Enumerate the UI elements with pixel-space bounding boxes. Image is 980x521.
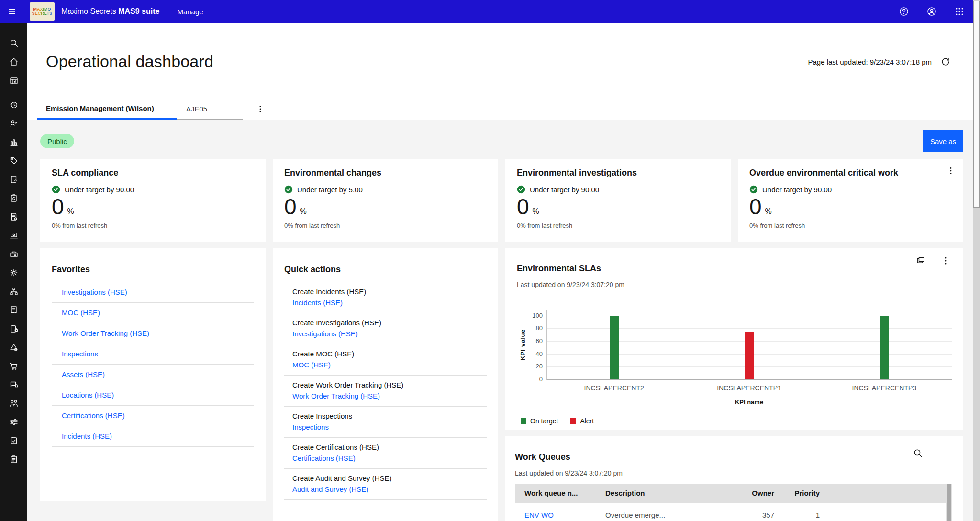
favorite-link[interactable]: Locations (HSE)	[62, 391, 114, 399]
legend-swatch	[570, 418, 576, 424]
y-tick-label: 80	[536, 324, 543, 332]
chart-card-actions	[915, 255, 951, 266]
kpi-status-text: Under target by 90.00	[530, 186, 599, 194]
table-scrollbar-thumb[interactable]	[947, 484, 951, 521]
gear-icon[interactable]	[0, 263, 27, 282]
main-area: Operational dashboard Page last updated:…	[27, 23, 973, 521]
cart-icon[interactable]	[0, 356, 27, 375]
favorite-item[interactable]: Investigations (HSE)	[52, 282, 254, 303]
help-icon[interactable]	[899, 6, 909, 17]
work-queues-card: Work Queues Last updated on 9/23/24 3:07…	[505, 436, 963, 521]
sliders-icon[interactable]	[0, 412, 27, 431]
x-axis-labels: INCSLAPERCENT2INCSLAPERCENTP1INCSLAPERCE…	[546, 384, 952, 395]
receipt-icon[interactable]	[0, 300, 27, 319]
favorite-link[interactable]: Incidents (HSE)	[62, 432, 112, 440]
history-icon[interactable]	[0, 95, 27, 114]
people-icon[interactable]	[0, 394, 27, 412]
kpi-value-row: 0 %	[749, 196, 952, 218]
kpi-card: Environmental changes Under target by 5.…	[273, 159, 498, 242]
triangle-badge-icon[interactable]	[0, 338, 27, 356]
clipboard-sync-icon[interactable]	[0, 188, 27, 207]
column-header[interactable]: Work queue n...	[515, 489, 605, 497]
table-search-icon[interactable]	[913, 448, 923, 458]
quick-action-link[interactable]: Incidents (HSE)	[292, 299, 343, 307]
page-title: Operational dashboard	[46, 52, 213, 71]
application-window: MAXIMO SECRETS Maximo Secrets MAS9 suite…	[0, 0, 980, 521]
quick-action-link[interactable]: Inspections	[292, 423, 329, 431]
quick-action-item: Create Work Order Tracking (HSE)Work Ord…	[284, 376, 487, 407]
x-tick-label: INCSLAPERCENT2	[584, 384, 644, 392]
favorite-item[interactable]: Certifications (HSE)	[52, 406, 254, 426]
quick-action-link[interactable]: Investigations (HSE)	[292, 330, 358, 338]
tab-emission-management-wilson-[interactable]: Emission Management (Wilson)	[37, 99, 177, 120]
tab-aje05[interactable]: AJE05	[177, 99, 243, 120]
favorite-item[interactable]: MOC (HSE)	[52, 303, 254, 323]
book-sync-icon[interactable]	[0, 170, 27, 188]
kpi-title: Overdue environmental critical work	[749, 168, 952, 178]
favorite-link[interactable]: Assets (HSE)	[62, 370, 105, 378]
bar-INCSLAPERCENTP1	[745, 332, 754, 379]
quick-action-label: Create Incidents (HSE)	[292, 288, 487, 296]
kpi-value: 0	[284, 196, 297, 218]
duplicate-icon[interactable]	[915, 255, 926, 266]
favorite-item[interactable]: Work Order Tracking (HSE)	[52, 323, 254, 344]
app-switcher-icon[interactable]	[954, 6, 965, 17]
favorite-item[interactable]: Incidents (HSE)	[52, 426, 254, 447]
favorite-link[interactable]: Investigations (HSE)	[62, 288, 127, 296]
person-check-icon[interactable]	[0, 114, 27, 133]
hamburger-menu-icon[interactable]	[0, 0, 24, 23]
x-tick-label: INCSLAPERCENTP3	[852, 384, 917, 392]
favorite-item[interactable]: Locations (HSE)	[52, 385, 254, 406]
tag-icon[interactable]	[0, 151, 27, 170]
toolbox-icon[interactable]	[0, 244, 27, 263]
favorite-link[interactable]: Inspections	[62, 350, 98, 358]
column-header[interactable]: Description	[605, 489, 746, 497]
check-circle-icon	[284, 185, 293, 194]
favorite-item[interactable]: Assets (HSE)	[52, 365, 254, 385]
priority-cell: 1	[774, 511, 820, 519]
clipboard-lock-icon[interactable]	[0, 319, 27, 338]
kpi-footnote: 0% from last refresh	[517, 222, 719, 229]
column-header[interactable]: Priority	[774, 489, 820, 497]
y-tick-label: 0	[539, 375, 543, 382]
window-scrollbar[interactable]	[973, 0, 980, 521]
hierarchy-icon[interactable]	[0, 282, 27, 300]
quick-action-link[interactable]: MOC (HSE)	[292, 361, 331, 369]
laptop-wrench-icon[interactable]	[0, 226, 27, 244]
nav-manage[interactable]: Manage	[177, 8, 203, 16]
tabs-overflow-menu-icon[interactable]	[251, 99, 270, 120]
work-queue-link[interactable]: ENV WO	[524, 511, 554, 519]
home-icon[interactable]	[0, 52, 27, 71]
favorite-item[interactable]: Inspections	[52, 344, 254, 365]
description-cell: Overdue emerge...	[605, 511, 746, 519]
owner-cell: 357	[746, 511, 774, 519]
table-scrollbar[interactable]	[946, 484, 952, 521]
favorite-link[interactable]: MOC (HSE)	[62, 309, 100, 317]
favorite-link[interactable]: Certifications (HSE)	[62, 411, 125, 420]
clipboard-check-icon[interactable]	[0, 431, 27, 450]
chart-kebab-menu-icon[interactable]	[940, 255, 951, 266]
save-as-button[interactable]: Save as	[923, 130, 963, 152]
bar-chart-icon[interactable]	[0, 133, 27, 151]
favorites-card: Favorites Investigations (HSE)MOC (HSE)W…	[40, 248, 266, 501]
refresh-icon[interactable]	[940, 56, 951, 67]
chat-notification-icon[interactable]	[0, 375, 27, 394]
quick-action-link[interactable]: Certifications (HSE)	[292, 454, 356, 462]
clipboard-document-icon[interactable]	[0, 450, 27, 468]
kpi-kebab-menu-icon[interactable]	[946, 166, 958, 177]
column-header[interactable]: Owner	[746, 489, 774, 497]
document-badge-icon[interactable]	[0, 207, 27, 226]
kpi-card: Overdue environmental critical work Unde…	[738, 159, 963, 242]
window-scrollbar-thumb[interactable]	[973, 1, 980, 208]
quick-action-link[interactable]: Work Order Tracking (HSE)	[292, 392, 380, 400]
search-icon[interactable]	[0, 33, 27, 52]
favorite-link[interactable]: Work Order Tracking (HSE)	[62, 329, 149, 337]
quick-action-item: Create MOC (HSE)MOC (HSE)	[284, 344, 487, 376]
x-tick-label: INCSLAPERCENTP1	[717, 384, 781, 392]
dashboard-icon[interactable]	[0, 71, 27, 89]
kpi-title: SLA compliance	[52, 168, 254, 178]
sidebar	[0, 23, 27, 521]
topbar-actions	[899, 6, 980, 17]
user-avatar-icon[interactable]	[926, 6, 937, 17]
quick-action-link[interactable]: Audit and Survey (HSE)	[292, 485, 368, 493]
